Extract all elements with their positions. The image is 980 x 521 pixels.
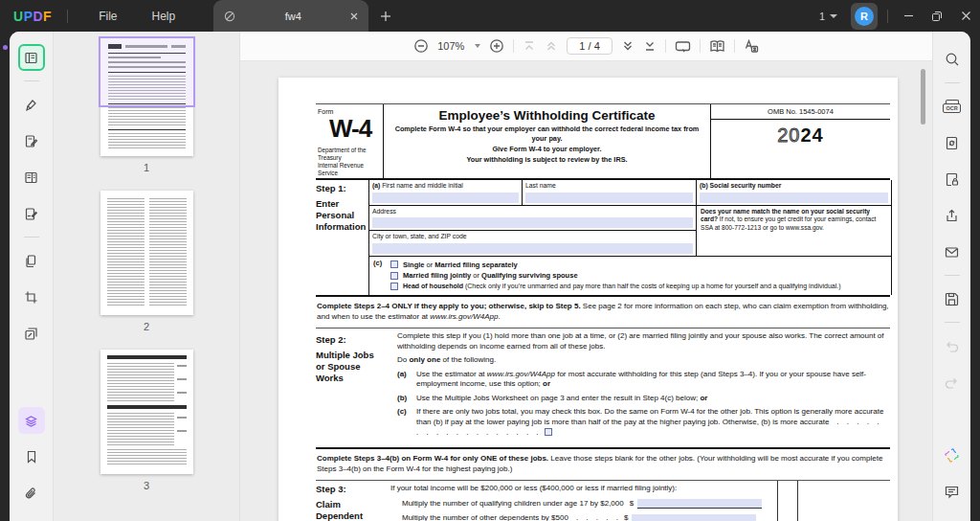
married-checkbox[interactable] <box>390 272 398 280</box>
thumb-decor <box>107 449 187 466</box>
page-thumbnail-1[interactable] <box>100 38 193 156</box>
page-thumbnail-2[interactable] <box>100 191 193 315</box>
cb-label: or <box>425 260 435 269</box>
ai-sparkle-button[interactable] <box>940 442 965 467</box>
titlebar-divider <box>67 10 68 23</box>
logo-letter: U <box>13 9 24 24</box>
reader-mode-button[interactable] <box>18 44 45 71</box>
step3-intro: If your total income will be $200,000 or… <box>390 484 777 494</box>
page-copy-button[interactable] <box>18 247 45 274</box>
form-subtitle-3: Your withholding is subject to review by… <box>390 155 704 166</box>
thumbnail-page-number: 2 <box>144 321 149 332</box>
new-tab-button[interactable] <box>380 11 391 22</box>
ocr-button[interactable]: OCR <box>940 94 965 119</box>
ssn-input[interactable] <box>700 193 888 203</box>
titlebar-divider <box>887 10 888 23</box>
two-page-view-button[interactable] <box>709 39 725 54</box>
last-name-input[interactable] <box>525 193 693 203</box>
p2-run: Do <box>397 355 409 364</box>
step2-label: Step 2: Multiple Jobs or Spouse Works <box>316 331 397 442</box>
email-button[interactable] <box>940 239 965 264</box>
restore-button[interactable] <box>923 4 951 29</box>
ocr-label: OCR <box>943 103 960 113</box>
menu-help[interactable]: Help <box>141 6 188 27</box>
toolbar-divider <box>665 39 666 53</box>
page-number-input[interactable]: 1 / 4 <box>567 37 612 55</box>
document-tab[interactable]: fw4 <box>213 0 368 32</box>
single-checkbox[interactable] <box>390 260 398 268</box>
first-page-button[interactable] <box>523 39 536 53</box>
city-input[interactable] <box>372 243 693 254</box>
attachment-button[interactable] <box>18 480 45 507</box>
dept-line2: Internal Revenue Service <box>318 162 381 177</box>
last-page-button[interactable] <box>643 39 657 53</box>
item-text: Use the estimator at <box>416 370 487 378</box>
cb-label: Single <box>403 260 425 269</box>
address-cell: Address <box>369 206 696 232</box>
field-letter: (b) <box>700 182 708 189</box>
w4-form: Form W-4 Department of the Treasury Inte… <box>316 103 890 521</box>
step2-section: Step 2: Multiple Jobs or Spouse Works Co… <box>316 328 890 449</box>
form-id-block: Form W-4 Department of the Treasury Inte… <box>316 104 383 178</box>
cb-label: Head of household <box>403 283 463 289</box>
line-text: Multiply the number of qualifying childr… <box>402 499 624 510</box>
vertical-scrollbar[interactable] <box>921 69 925 125</box>
close-button[interactable] <box>951 4 980 29</box>
edit-pdf-button[interactable] <box>18 127 45 154</box>
sidebar-divider <box>945 275 960 276</box>
crop-button[interactable] <box>18 283 45 310</box>
next-page-button[interactable] <box>621 39 635 53</box>
first-name-input[interactable] <box>372 193 519 203</box>
window-count-dropdown[interactable]: 1 <box>819 11 837 22</box>
page-thumbnail-3[interactable] <box>100 350 193 474</box>
logo-letter: F <box>43 9 52 24</box>
dollar-sign: $ <box>630 499 634 510</box>
toolbar-divider <box>734 39 735 53</box>
head-of-household-checkbox[interactable] <box>390 283 398 290</box>
qualifying-children-input[interactable] <box>637 499 762 509</box>
account-button[interactable]: R <box>851 3 878 30</box>
comment-tool-button[interactable] <box>18 91 45 118</box>
organize-pages-button[interactable] <box>18 164 45 191</box>
tab-close-icon[interactable] <box>349 11 359 21</box>
item-text: or <box>543 379 550 388</box>
presentation-mode-button[interactable] <box>675 39 691 54</box>
window-count-value: 1 <box>819 11 825 22</box>
item-link: www.irs.gov/W4App <box>487 370 555 378</box>
zoom-out-button[interactable] <box>413 38 429 54</box>
chevron-down-icon <box>830 14 837 18</box>
ai-assistant-button[interactable] <box>18 407 45 434</box>
last-name-cell: Last name <box>522 180 696 206</box>
thumb-decor <box>177 378 187 380</box>
first-name-label: First name and middle initial <box>382 182 463 189</box>
menu-file[interactable]: File <box>87 6 128 27</box>
minimize-button[interactable] <box>894 4 923 29</box>
save-button[interactable] <box>940 286 965 311</box>
translate-button[interactable] <box>744 38 759 54</box>
address-input[interactable] <box>372 217 693 228</box>
undo-button[interactable] <box>940 333 965 358</box>
field-letter: (c) <box>373 259 390 292</box>
step2-p1: Complete this step if you (1) hold more … <box>397 331 890 351</box>
redo-button[interactable] <box>940 370 965 395</box>
batch-tools-button[interactable] <box>18 320 45 347</box>
bookmark-button[interactable] <box>18 443 45 470</box>
cb-label: (Check only if you’re unmarried and pay … <box>463 283 841 289</box>
form-subtitle-1: Complete Form W-4 so that your employer … <box>390 125 704 145</box>
fill-sign-button[interactable] <box>18 200 45 227</box>
note-text: . <box>498 312 500 321</box>
zoom-dropdown-icon[interactable] <box>475 44 480 48</box>
other-dependents-input[interactable] <box>632 514 756 521</box>
feedback-button[interactable] <box>940 479 965 504</box>
protect-document-button[interactable] <box>940 167 965 192</box>
previous-page-button[interactable] <box>545 39 558 53</box>
two-jobs-checkbox[interactable] <box>545 428 552 436</box>
convert-document-button[interactable] <box>940 130 965 155</box>
search-button[interactable] <box>940 47 965 72</box>
app-window: U P D F File Help fw4 1 R <box>0 0 980 521</box>
note-bold: Complete Steps 2–4 ONLY if they apply to… <box>317 302 581 310</box>
zoom-in-button[interactable] <box>489 38 504 54</box>
share-button[interactable] <box>940 203 965 228</box>
tab-title: fw4 <box>236 11 349 22</box>
document-area[interactable]: Form W-4 Department of the Treasury Inte… <box>240 61 932 521</box>
